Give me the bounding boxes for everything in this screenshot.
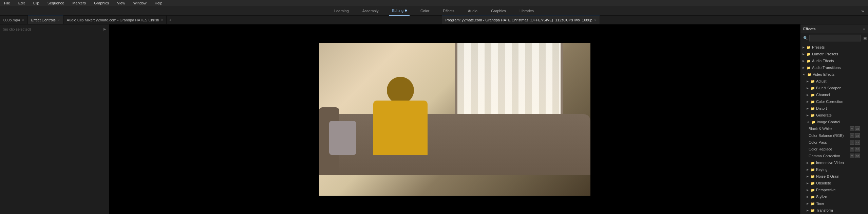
nav-effects[interactable]: Effects bbox=[440, 6, 457, 16]
category-blur-sharpen[interactable]: ▶ 📁 Blur & Sharpen bbox=[800, 85, 868, 91]
effects-header: Effects ≡ bbox=[800, 24, 868, 33]
nav-overflow[interactable]: » bbox=[861, 8, 864, 14]
color-replace-icon-1[interactable]: Y bbox=[850, 147, 854, 151]
image-control-label: Image Control bbox=[817, 120, 840, 124]
menu-edit[interactable]: Edit bbox=[17, 0, 26, 6]
tab-program-close[interactable]: × bbox=[595, 18, 597, 22]
blur-label: Blur & Sharpen bbox=[816, 86, 842, 90]
category-stylize[interactable]: ▶ 📁 Stylize bbox=[800, 193, 868, 200]
category-image-control[interactable]: ▼ 📁 Image Control bbox=[800, 119, 868, 125]
tab-audio-close[interactable]: × bbox=[161, 18, 163, 22]
tab-clip[interactable]: 000p.mp4 × bbox=[0, 16, 28, 24]
menu-view[interactable]: View bbox=[116, 0, 127, 6]
effect-color-pass[interactable]: Color Pass Y 32 bbox=[800, 139, 868, 146]
video-scene bbox=[319, 43, 590, 196]
effect-color-balance-rgb[interactable]: Color Balance (RGB) Y 32 bbox=[800, 132, 868, 139]
category-transform[interactable]: ▶ 📁 Transform bbox=[800, 207, 868, 214]
black-white-icon-1[interactable]: Y bbox=[850, 126, 854, 131]
image-control-arrow: ▼ bbox=[806, 121, 809, 123]
menu-sequence[interactable]: Sequence bbox=[46, 0, 66, 6]
immersive-label: Immersive Video bbox=[816, 161, 844, 165]
menu-window[interactable]: Window bbox=[132, 0, 148, 6]
tab-audio-clip-mixer[interactable]: Audio Clip Mixer: y2mate.com - Grandpa H… bbox=[63, 16, 167, 24]
category-obsolete[interactable]: ▶ 📁 Obsolete bbox=[800, 180, 868, 186]
nav-libraries[interactable]: Libraries bbox=[517, 6, 536, 16]
noise-arrow: ▶ bbox=[807, 175, 809, 178]
effect-color-replace[interactable]: Color Replace Y 32 bbox=[800, 146, 868, 153]
color-balance-icons: Y 32 bbox=[850, 133, 860, 138]
active-indicator bbox=[405, 10, 407, 12]
person-shirt bbox=[373, 101, 428, 155]
category-video-effects[interactable]: ▼ 📁 Video Effects bbox=[800, 71, 868, 78]
distort-folder-icon: 📁 bbox=[811, 107, 815, 110]
menu-bar: File Edit Clip Sequence Markers Graphics… bbox=[0, 0, 868, 6]
generate-arrow: ▶ bbox=[807, 114, 809, 117]
menu-file[interactable]: File bbox=[3, 0, 12, 6]
color-replace-icons: Y 32 bbox=[850, 147, 860, 151]
effect-controls-panel: (no clip selected) ▶ bbox=[0, 24, 109, 214]
category-presets[interactable]: ▶ 📁 Presets bbox=[800, 44, 868, 51]
gamma-correction-label: Gamma Correction bbox=[809, 154, 840, 158]
nav-editing[interactable]: Editing bbox=[389, 6, 410, 16]
color-balance-icon-1[interactable]: Y bbox=[850, 133, 854, 138]
tab-effect-controls[interactable]: Effect Controls × bbox=[28, 16, 63, 24]
category-keying[interactable]: ▶ 📁 Keying bbox=[800, 166, 868, 173]
time-folder-icon: 📁 bbox=[811, 202, 815, 206]
effects-menu-icon[interactable]: ≡ bbox=[863, 26, 865, 31]
panel-expand-arrow[interactable]: ▶ bbox=[103, 27, 106, 31]
nav-audio[interactable]: Audio bbox=[465, 6, 480, 16]
video-frame[interactable] bbox=[109, 24, 800, 214]
color-pass-icon-2[interactable]: 32 bbox=[855, 140, 860, 145]
color-correction-folder-icon: 📁 bbox=[811, 100, 815, 104]
menu-help[interactable]: Help bbox=[153, 0, 164, 6]
lumetri-label: Lumetri Presets bbox=[812, 52, 838, 56]
tab-program-monitor[interactable]: Program: y2mate.com - Grandpa HATE Chris… bbox=[442, 16, 600, 24]
video-effects-arrow: ▼ bbox=[802, 73, 805, 76]
color-pass-icon-1[interactable]: Y bbox=[850, 140, 854, 145]
nav-bar: Learning Assembly Editing Color Effects … bbox=[0, 6, 868, 16]
category-noise-grain[interactable]: ▶ 📁 Noise & Grain bbox=[800, 173, 868, 180]
noise-label: Noise & Grain bbox=[816, 174, 839, 178]
tabs-bar: 000p.mp4 × Effect Controls × Audio Clip … bbox=[0, 16, 868, 24]
category-adjust[interactable]: ▶ 📁 Adjust bbox=[800, 78, 868, 85]
black-white-icon-2[interactable]: 32 bbox=[855, 126, 860, 131]
effects-list: ▶ 📁 Presets ▶ 📁 Lumetri Presets ▶ 📁 Audi… bbox=[800, 43, 868, 214]
category-time[interactable]: ▶ 📁 Time bbox=[800, 200, 868, 207]
menu-graphics[interactable]: Graphics bbox=[93, 0, 110, 6]
category-audio-effects[interactable]: ▶ 📁 Audio Effects bbox=[800, 57, 868, 64]
effect-gamma-correction[interactable]: Gamma Correction Y 32 bbox=[800, 153, 868, 159]
keying-folder-icon: 📁 bbox=[811, 168, 815, 172]
color-balance-icon-2[interactable]: 32 bbox=[855, 133, 860, 138]
tab-clip-close[interactable]: × bbox=[22, 18, 24, 22]
tabs-overflow-arrow[interactable]: » bbox=[167, 16, 174, 24]
category-color-correction[interactable]: ▶ 📁 Color Correction bbox=[800, 98, 868, 105]
nav-learning[interactable]: Learning bbox=[332, 6, 352, 16]
tab-effect-controls-close[interactable]: × bbox=[58, 18, 60, 22]
color-replace-icon-2[interactable]: 32 bbox=[855, 147, 860, 151]
effect-controls-content: (no clip selected) ▶ bbox=[0, 24, 109, 214]
nav-assembly[interactable]: Assembly bbox=[360, 6, 381, 16]
adjust-arrow: ▶ bbox=[807, 80, 809, 83]
gamma-icon-1[interactable]: Y bbox=[850, 154, 854, 158]
category-perspective[interactable]: ▶ 📁 Perspective bbox=[800, 186, 868, 193]
category-audio-transitions[interactable]: ▶ 📁 Audio Transitions bbox=[800, 64, 868, 71]
category-lumetri[interactable]: ▶ 📁 Lumetri Presets bbox=[800, 51, 868, 57]
audio-effects-label: Audio Effects bbox=[812, 59, 834, 63]
nav-color[interactable]: Color bbox=[418, 6, 432, 16]
blur-folder-icon: 📁 bbox=[811, 86, 815, 90]
effect-black-white[interactable]: Black & White Y 32 bbox=[800, 125, 868, 132]
menu-markers[interactable]: Markers bbox=[71, 0, 87, 6]
channel-folder-icon: 📁 bbox=[811, 93, 815, 97]
effects-search-input[interactable] bbox=[809, 35, 861, 41]
keying-arrow: ▶ bbox=[807, 168, 809, 171]
new-bin-icon[interactable]: ▣ bbox=[862, 35, 868, 41]
category-immersive-video[interactable]: ▶ 📁 Immersive Video bbox=[800, 159, 868, 166]
nav-graphics[interactable]: Graphics bbox=[488, 6, 509, 16]
category-channel[interactable]: ▶ 📁 Channel bbox=[800, 91, 868, 98]
gamma-icon-2[interactable]: 32 bbox=[855, 154, 860, 158]
generate-label: Generate bbox=[816, 113, 832, 117]
category-generate[interactable]: ▶ 📁 Generate bbox=[800, 112, 868, 119]
audio-transitions-folder-icon: 📁 bbox=[807, 66, 811, 70]
menu-clip[interactable]: Clip bbox=[32, 0, 41, 6]
category-distort[interactable]: ▶ 📁 Distort bbox=[800, 105, 868, 112]
